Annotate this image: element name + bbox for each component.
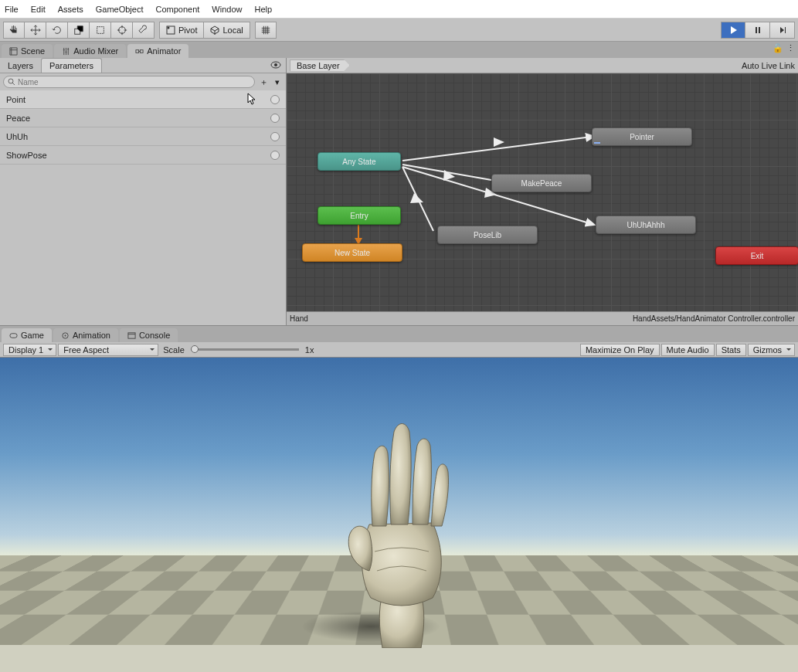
lock-icon[interactable]: 🔓 bbox=[773, 43, 783, 53]
step-button[interactable] bbox=[770, 22, 795, 39]
toolbar: Pivot Local bbox=[0, 19, 798, 42]
tab-game[interactable]: Game bbox=[2, 328, 52, 342]
local-label: Local bbox=[222, 25, 243, 35]
tab-animation-label: Animation bbox=[73, 331, 110, 340]
parameter-toggle[interactable] bbox=[270, 132, 280, 141]
node-entry[interactable]: Entry bbox=[318, 206, 401, 225]
node-any-state[interactable]: Any State bbox=[318, 152, 401, 171]
scale-value: 1x bbox=[305, 345, 314, 355]
pause-button[interactable] bbox=[745, 22, 770, 39]
svg-point-8 bbox=[274, 63, 277, 66]
parameters-tab[interactable]: Parameters bbox=[41, 58, 102, 73]
pause-icon bbox=[753, 25, 762, 35]
node-uhuhahhh[interactable]: UhUhAhhh bbox=[596, 216, 696, 234]
svg-marker-17 bbox=[443, 170, 455, 181]
parameter-label: UhUh bbox=[6, 132, 28, 141]
local-icon bbox=[210, 25, 219, 35]
rect-tool[interactable] bbox=[90, 22, 111, 39]
animation-icon bbox=[61, 331, 70, 340]
parameters-panel: Layers Parameters ＋ ▾ Point Peace UhUh bbox=[0, 58, 287, 325]
parameter-list: Point Peace UhUh ShowPose bbox=[0, 90, 286, 325]
menu-window[interactable]: Window bbox=[212, 5, 242, 14]
layers-tab[interactable]: Layers bbox=[0, 59, 41, 73]
gizmos-dropdown[interactable]: Gizmos bbox=[748, 344, 795, 356]
tab-console[interactable]: Console bbox=[120, 328, 178, 342]
menu-component[interactable]: Component bbox=[155, 5, 199, 14]
editor-tabs: Scene Audio Mixer Animator 🔓 ⋮ bbox=[0, 42, 798, 58]
svg-rect-6 bbox=[141, 49, 144, 53]
parameter-toggle[interactable] bbox=[270, 114, 280, 123]
display-dropdown[interactable]: Display 1 bbox=[3, 344, 56, 356]
node-new-state[interactable]: New State bbox=[302, 243, 402, 262]
tab-animator[interactable]: Animator bbox=[127, 44, 188, 58]
footer-asset-path: HandAssets/HandAnimator Controller.contr… bbox=[633, 314, 795, 323]
node-pose-lib[interactable]: PoseLib bbox=[437, 226, 538, 244]
tab-scene[interactable]: Scene bbox=[2, 44, 53, 58]
eye-icon[interactable] bbox=[270, 59, 281, 70]
parameter-search-input[interactable] bbox=[3, 76, 255, 88]
animator-icon bbox=[135, 47, 144, 56]
rect-icon bbox=[95, 25, 106, 36]
parameter-label: Point bbox=[6, 95, 25, 104]
svg-rect-23 bbox=[128, 332, 135, 338]
custom-tool[interactable] bbox=[133, 22, 155, 39]
pivot-toggle[interactable]: Pivot bbox=[159, 22, 204, 39]
hand-tool[interactable] bbox=[3, 22, 25, 39]
scale-slider[interactable] bbox=[191, 348, 299, 351]
tab-menu-icon[interactable]: ⋮ bbox=[786, 43, 795, 53]
rotate-tool[interactable] bbox=[46, 22, 68, 39]
menu-help[interactable]: Help bbox=[254, 5, 272, 14]
parameter-toggle[interactable] bbox=[270, 95, 280, 104]
scale-tool[interactable] bbox=[68, 22, 90, 39]
node-exit[interactable]: Exit bbox=[715, 246, 798, 265]
scene-icon bbox=[9, 47, 18, 56]
lower-tabs: Game Animation Console bbox=[0, 326, 798, 342]
parameter-uhuh[interactable]: UhUh bbox=[0, 127, 286, 146]
parameter-toggle[interactable] bbox=[270, 151, 280, 160]
graph-panel: Base Layer Auto Live Link Any State Entr… bbox=[287, 58, 798, 325]
svg-point-4 bbox=[168, 26, 170, 29]
svg-rect-5 bbox=[136, 49, 139, 53]
move-tool[interactable] bbox=[25, 22, 46, 39]
node-pointer[interactable]: Pointer bbox=[592, 127, 692, 146]
maximize-on-play-toggle[interactable]: Maximize On Play bbox=[580, 344, 660, 356]
game-toolbar: Display 1 Free Aspect Scale 1x Maximize … bbox=[0, 342, 798, 358]
svg-line-11 bbox=[402, 165, 491, 180]
move-icon bbox=[30, 25, 41, 36]
stats-toggle[interactable]: Stats bbox=[716, 344, 746, 356]
parameter-peace[interactable]: Peace bbox=[0, 109, 286, 127]
transform-tool[interactable] bbox=[111, 22, 133, 39]
tab-game-label: Game bbox=[21, 331, 44, 340]
aspect-dropdown[interactable]: Free Aspect bbox=[58, 344, 158, 356]
play-icon bbox=[728, 25, 738, 35]
snap-toggle[interactable] bbox=[255, 22, 277, 39]
parameter-label: ShowPose bbox=[6, 151, 47, 160]
menu-assets[interactable]: Assets bbox=[58, 5, 83, 14]
node-label: Pointer bbox=[630, 133, 654, 141]
add-parameter-button[interactable]: ＋ bbox=[258, 76, 269, 87]
mute-audio-toggle[interactable]: Mute Audio bbox=[661, 344, 715, 356]
parameter-label: Peace bbox=[6, 114, 30, 123]
node-make-peace[interactable]: MakePeace bbox=[491, 174, 592, 192]
breadcrumb-base-layer[interactable]: Base Layer bbox=[290, 59, 350, 72]
play-button[interactable] bbox=[721, 22, 745, 39]
tab-audio-mixer[interactable]: Audio Mixer bbox=[54, 44, 126, 58]
hand-model bbox=[340, 416, 464, 648]
tab-scene-label: Scene bbox=[21, 46, 45, 56]
auto-live-link-toggle[interactable]: Auto Live Link bbox=[742, 61, 795, 70]
mixer-icon bbox=[62, 47, 70, 56]
menu-gameobject[interactable]: GameObject bbox=[96, 5, 144, 14]
add-parameter-dropdown[interactable]: ▾ bbox=[272, 76, 283, 87]
menu-edit[interactable]: Edit bbox=[31, 5, 46, 14]
tab-animation[interactable]: Animation bbox=[53, 328, 118, 342]
scale-icon bbox=[73, 25, 84, 36]
parameter-showpose[interactable]: ShowPose bbox=[0, 146, 286, 165]
game-view bbox=[0, 358, 798, 672]
tab-audio-label: Audio Mixer bbox=[73, 46, 118, 56]
menu-file[interactable]: File bbox=[5, 5, 19, 14]
local-toggle[interactable]: Local bbox=[204, 22, 250, 39]
footer-object-name: Hand bbox=[290, 314, 308, 323]
svg-line-10 bbox=[402, 137, 592, 161]
parameter-point[interactable]: Point bbox=[0, 90, 286, 109]
state-graph[interactable]: Any State Entry New State Pointer MakePe… bbox=[287, 73, 798, 311]
